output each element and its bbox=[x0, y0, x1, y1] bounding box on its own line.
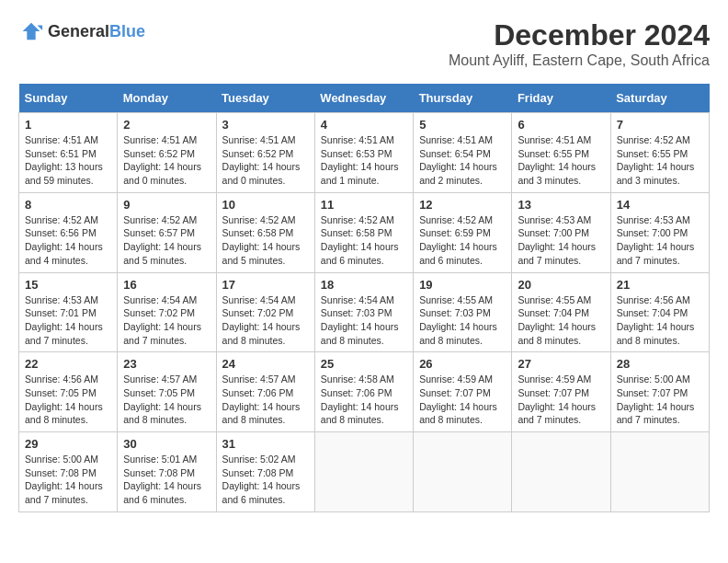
calendar-cell: 26Sunrise: 4:59 AM Sunset: 7:07 PM Dayli… bbox=[414, 352, 512, 432]
day-info: Sunrise: 4:56 AM Sunset: 7:05 PM Dayligh… bbox=[25, 373, 111, 427]
week-row-1: 1Sunrise: 4:51 AM Sunset: 6:51 PM Daylig… bbox=[19, 113, 710, 193]
day-info: Sunrise: 4:52 AM Sunset: 6:58 PM Dayligh… bbox=[321, 213, 407, 268]
day-info: Sunrise: 4:52 AM Sunset: 6:57 PM Dayligh… bbox=[123, 213, 210, 268]
day-info: Sunrise: 4:54 AM Sunset: 7:02 PM Dayligh… bbox=[123, 293, 210, 348]
day-number: 5 bbox=[419, 118, 506, 132]
day-number: 10 bbox=[222, 198, 309, 212]
day-info: Sunrise: 4:57 AM Sunset: 7:05 PM Dayligh… bbox=[123, 373, 210, 427]
calendar-cell: 28Sunrise: 5:00 AM Sunset: 7:07 PM Dayli… bbox=[610, 352, 709, 432]
header-day-thursday: Thursday bbox=[414, 84, 512, 113]
calendar-cell: 31Sunrise: 5:02 AM Sunset: 7:08 PM Dayli… bbox=[216, 432, 314, 512]
day-number: 25 bbox=[321, 357, 407, 371]
day-info: Sunrise: 5:02 AM Sunset: 7:08 PM Dayligh… bbox=[222, 453, 309, 507]
day-number: 7 bbox=[617, 118, 703, 132]
day-number: 15 bbox=[25, 278, 111, 292]
day-info: Sunrise: 4:51 AM Sunset: 6:53 PM Dayligh… bbox=[321, 133, 407, 188]
header-day-wednesday: Wednesday bbox=[314, 84, 413, 113]
logo-icon bbox=[18, 18, 44, 44]
day-number: 29 bbox=[25, 437, 111, 451]
day-number: 22 bbox=[25, 357, 111, 371]
day-number: 20 bbox=[518, 278, 604, 292]
day-info: Sunrise: 5:00 AM Sunset: 7:07 PM Dayligh… bbox=[617, 373, 703, 427]
calendar-cell: 11Sunrise: 4:52 AM Sunset: 6:58 PM Dayli… bbox=[314, 192, 413, 272]
calendar-cell: 15Sunrise: 4:53 AM Sunset: 7:01 PM Dayli… bbox=[19, 272, 118, 352]
day-info: Sunrise: 4:51 AM Sunset: 6:52 PM Dayligh… bbox=[222, 133, 309, 188]
day-number: 4 bbox=[321, 118, 407, 132]
day-info: Sunrise: 4:54 AM Sunset: 7:03 PM Dayligh… bbox=[321, 293, 407, 348]
header-day-sunday: Sunday bbox=[19, 84, 118, 113]
calendar-cell: 7Sunrise: 4:52 AM Sunset: 6:55 PM Daylig… bbox=[610, 113, 709, 193]
day-number: 24 bbox=[222, 357, 309, 371]
calendar-cell: 17Sunrise: 4:54 AM Sunset: 7:02 PM Dayli… bbox=[216, 272, 314, 352]
calendar-cell: 30Sunrise: 5:01 AM Sunset: 7:08 PM Dayli… bbox=[118, 432, 216, 512]
calendar-cell: 27Sunrise: 4:59 AM Sunset: 7:07 PM Dayli… bbox=[512, 352, 610, 432]
day-number: 6 bbox=[518, 118, 604, 132]
day-number: 8 bbox=[25, 198, 111, 212]
calendar-cell: 12Sunrise: 4:52 AM Sunset: 6:59 PM Dayli… bbox=[414, 192, 512, 272]
day-info: Sunrise: 4:54 AM Sunset: 7:02 PM Dayligh… bbox=[222, 293, 309, 348]
header-day-tuesday: Tuesday bbox=[216, 84, 314, 113]
logo-text-general: General bbox=[48, 22, 109, 40]
week-row-2: 8Sunrise: 4:52 AM Sunset: 6:56 PM Daylig… bbox=[19, 192, 710, 272]
day-info: Sunrise: 4:53 AM Sunset: 7:00 PM Dayligh… bbox=[617, 213, 703, 268]
day-info: Sunrise: 4:57 AM Sunset: 7:06 PM Dayligh… bbox=[222, 373, 309, 427]
calendar-cell: 19Sunrise: 4:55 AM Sunset: 7:03 PM Dayli… bbox=[414, 272, 512, 352]
logo: GeneralBlue bbox=[18, 18, 145, 44]
calendar-cell: 14Sunrise: 4:53 AM Sunset: 7:00 PM Dayli… bbox=[610, 192, 709, 272]
day-info: Sunrise: 5:01 AM Sunset: 7:08 PM Dayligh… bbox=[123, 453, 210, 507]
header-day-saturday: Saturday bbox=[610, 84, 709, 113]
day-number: 16 bbox=[123, 278, 210, 292]
calendar-cell: 8Sunrise: 4:52 AM Sunset: 6:56 PM Daylig… bbox=[19, 192, 118, 272]
calendar-cell bbox=[314, 432, 413, 512]
calendar-cell: 5Sunrise: 4:51 AM Sunset: 6:54 PM Daylig… bbox=[414, 113, 512, 193]
calendar-cell: 22Sunrise: 4:56 AM Sunset: 7:05 PM Dayli… bbox=[19, 352, 118, 432]
calendar-cell: 9Sunrise: 4:52 AM Sunset: 6:57 PM Daylig… bbox=[118, 192, 216, 272]
day-number: 12 bbox=[419, 198, 506, 212]
calendar-cell bbox=[414, 432, 512, 512]
calendar-cell bbox=[512, 432, 610, 512]
calendar-cell: 10Sunrise: 4:52 AM Sunset: 6:58 PM Dayli… bbox=[216, 192, 314, 272]
calendar-cell: 23Sunrise: 4:57 AM Sunset: 7:05 PM Dayli… bbox=[118, 352, 216, 432]
week-row-3: 15Sunrise: 4:53 AM Sunset: 7:01 PM Dayli… bbox=[19, 272, 710, 352]
day-info: Sunrise: 4:58 AM Sunset: 7:06 PM Dayligh… bbox=[321, 373, 407, 427]
day-info: Sunrise: 4:52 AM Sunset: 6:56 PM Dayligh… bbox=[25, 213, 111, 268]
location-title: Mount Ayliff, Eastern Cape, South Africa bbox=[449, 52, 710, 69]
day-info: Sunrise: 4:52 AM Sunset: 6:58 PM Dayligh… bbox=[222, 213, 309, 268]
day-info: Sunrise: 4:51 AM Sunset: 6:51 PM Dayligh… bbox=[25, 133, 111, 188]
day-info: Sunrise: 4:51 AM Sunset: 6:52 PM Dayligh… bbox=[123, 133, 210, 188]
calendar-cell: 4Sunrise: 4:51 AM Sunset: 6:53 PM Daylig… bbox=[314, 113, 413, 193]
calendar-cell: 2Sunrise: 4:51 AM Sunset: 6:52 PM Daylig… bbox=[118, 113, 216, 193]
calendar-cell: 6Sunrise: 4:51 AM Sunset: 6:55 PM Daylig… bbox=[512, 113, 610, 193]
day-info: Sunrise: 4:56 AM Sunset: 7:04 PM Dayligh… bbox=[617, 293, 703, 348]
logo-text-blue: Blue bbox=[109, 22, 145, 40]
day-info: Sunrise: 4:53 AM Sunset: 7:00 PM Dayligh… bbox=[518, 213, 604, 268]
day-info: Sunrise: 4:59 AM Sunset: 7:07 PM Dayligh… bbox=[419, 373, 506, 427]
day-number: 18 bbox=[321, 278, 407, 292]
day-info: Sunrise: 4:55 AM Sunset: 7:03 PM Dayligh… bbox=[419, 293, 506, 348]
calendar-cell: 1Sunrise: 4:51 AM Sunset: 6:51 PM Daylig… bbox=[19, 113, 118, 193]
day-info: Sunrise: 4:51 AM Sunset: 6:54 PM Dayligh… bbox=[419, 133, 506, 188]
calendar-cell: 25Sunrise: 4:58 AM Sunset: 7:06 PM Dayli… bbox=[314, 352, 413, 432]
calendar-cell bbox=[610, 432, 709, 512]
calendar-cell: 13Sunrise: 4:53 AM Sunset: 7:00 PM Dayli… bbox=[512, 192, 610, 272]
day-info: Sunrise: 4:52 AM Sunset: 6:55 PM Dayligh… bbox=[617, 133, 703, 188]
calendar-cell: 3Sunrise: 4:51 AM Sunset: 6:52 PM Daylig… bbox=[216, 113, 314, 193]
day-number: 2 bbox=[123, 118, 210, 132]
day-number: 26 bbox=[419, 357, 506, 371]
day-number: 21 bbox=[617, 278, 703, 292]
header-day-friday: Friday bbox=[512, 84, 610, 113]
header-day-monday: Monday bbox=[118, 84, 216, 113]
day-number: 31 bbox=[222, 437, 309, 451]
day-info: Sunrise: 4:55 AM Sunset: 7:04 PM Dayligh… bbox=[518, 293, 604, 348]
calendar-cell: 24Sunrise: 4:57 AM Sunset: 7:06 PM Dayli… bbox=[216, 352, 314, 432]
day-number: 14 bbox=[617, 198, 703, 212]
month-title: December 2024 bbox=[449, 18, 710, 52]
calendar-cell: 18Sunrise: 4:54 AM Sunset: 7:03 PM Dayli… bbox=[314, 272, 413, 352]
day-info: Sunrise: 4:59 AM Sunset: 7:07 PM Dayligh… bbox=[518, 373, 604, 427]
day-number: 9 bbox=[123, 198, 210, 212]
day-number: 13 bbox=[518, 198, 604, 212]
calendar-cell: 16Sunrise: 4:54 AM Sunset: 7:02 PM Dayli… bbox=[118, 272, 216, 352]
day-number: 28 bbox=[617, 357, 703, 371]
day-info: Sunrise: 4:52 AM Sunset: 6:59 PM Dayligh… bbox=[419, 213, 506, 268]
day-number: 11 bbox=[321, 198, 407, 212]
